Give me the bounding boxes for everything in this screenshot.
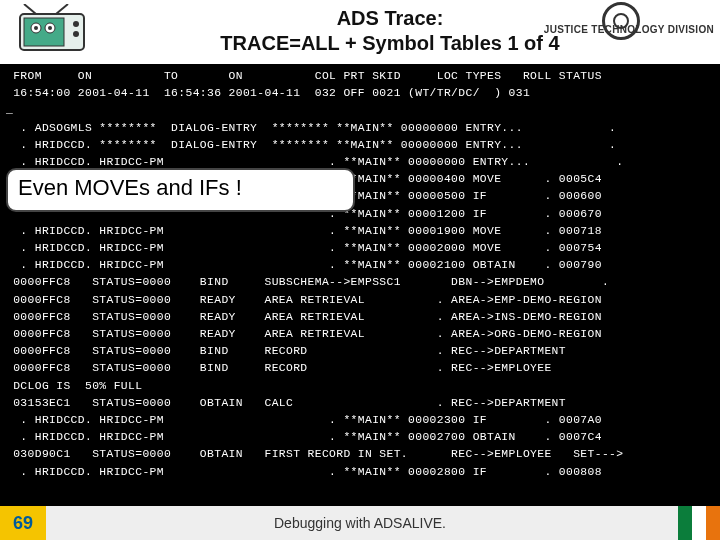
tv-logo [6,4,102,58]
svg-point-8 [34,26,38,30]
callout-text: Even MOVEs and IFs ! [18,175,242,200]
footer-bar: 69 Debugging with ADSALIVE. [0,506,720,540]
title-line1: ADS Trace: [337,7,444,29]
footer-caption: Debugging with ADSALIVE. [0,506,720,540]
svg-point-3 [73,31,79,37]
terminal-output: FROM ON TO ON COL PRT SKID LOC TYPES ROL… [0,64,720,506]
svg-point-9 [48,26,52,30]
svg-line-5 [56,4,68,14]
title-line2: TRACE=ALL + Symbol Tables 1 of 4 [220,32,559,54]
svg-rect-1 [24,18,64,46]
division-label: JUSTICE TECHNOLOGY DIVISION [544,24,714,35]
svg-line-4 [24,4,36,14]
svg-point-2 [73,21,79,27]
slide-title: ADS Trace: TRACE=ALL + Symbol Tables 1 o… [190,6,590,56]
callout-bubble: Even MOVEs and IFs ! [6,168,355,212]
flag-stripes [678,506,720,540]
